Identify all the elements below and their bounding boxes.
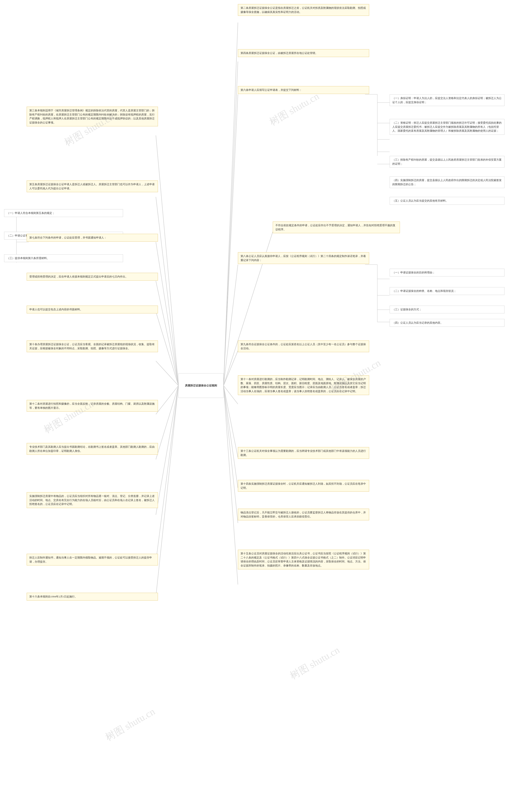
node-right-top1: 第二条房屋拆迁证据保全公证是指在房屋拆迁之前，公证机关对拆房及附属物的现状依法采… (238, 4, 369, 16)
node-right-mid1-sub1: （一）身份证明：申请人为法人的，应提交法人资格和法定代表人的身份证明；被拆迁人为… (390, 94, 505, 106)
svg-line-2 (224, 94, 238, 386)
node-right-top1-text: 第二条房屋拆迁证据保全公证是指在房屋拆迁之前，公证机关对拆房及附属物的现状依法采… (241, 6, 366, 14)
center-label: 房屋拆迁证据保全公证细则 (185, 384, 217, 388)
svg-line-0 (224, 22, 238, 386)
svg-line-11 (156, 135, 178, 386)
node-right-bot6: 第十五条公证员对房屋证据保全的活动结束后应出具公证书，公证书应当按照《公证程序规… (238, 550, 369, 569)
svg-line-18 (156, 386, 178, 460)
node-right-bot2: 第十一条对房屋进行勘测的，应当制作勘测记录，记明勘测时间、地点、测绘人、记录人、… (238, 375, 369, 395)
node-right-mid3-sub4: （四）公证人员认为应当记录的其他内容。 (390, 319, 505, 327)
node-right-mid2: 不符合前款规定条件的申请，公证处应作出不予受理的决定，通知申请人，并告知对拒绝受… (273, 222, 400, 233)
node-right-mid1-sub5: （五）公证人员认为应当提交的其他有关材料。 (390, 197, 505, 205)
node-right-mid1-sub4: （四）实施强制拆迁的房屋，提交县级以上人民政府作出的限期拆迁的决定或人民法院裁签… (390, 176, 505, 188)
svg-line-9 (224, 386, 238, 523)
svg-line-5 (224, 351, 238, 386)
watermark-2: 树图 shutu.cn (267, 90, 321, 129)
node-right-top2: 第四条房屋拆迁证据保全公证，由被拆迁房屋所在地公证处管辖。 (238, 49, 369, 57)
node-right-mid3: 第八条公证人员应认真接待申请人，应按《公证程序规则（试行）》第二十四条的规定制作… (238, 252, 369, 264)
node-left-mid3: 受理或拒绝受理的决定，应在申请人依据本细则规定正式提出申请后的七日内作出。 (27, 273, 158, 281)
node-left-mid1: 第五条房屋拆迁证据保全公证申请人是拆迁人或被拆迁人。房屋拆迁主管部门也可以作为申… (27, 180, 158, 192)
svg-line-10 (224, 386, 238, 585)
svg-line-21 (156, 386, 178, 597)
node-left-bot6: 第十六条本细则自1994年2月1日起施行。 (27, 593, 158, 601)
node-left-cond3: （三）提供本细则第六条所需材料。 (4, 254, 123, 262)
svg-line-7 (224, 386, 238, 457)
svg-line-15 (156, 312, 178, 386)
node-left-mid4: 申请人也可以提交包含上述内容的书面材料。 (27, 305, 158, 313)
watermark-6: 树图 shutu.cn (103, 705, 157, 744)
node-right-bot1: 第九条符合证据保全公证条件的，公证处应派若名以上公证人员（其中至少有一名公证员）… (238, 341, 369, 352)
svg-line-8 (224, 386, 238, 488)
node-right-mid1-sub2: （二）资格证明：拆迁人应提交房屋拆迁主管部门颁发的拆迁许可证明；接受委托拟担此事… (390, 119, 505, 135)
node-right-mid1: 第六条申请人应填写公证申请表，并提交下列材料： (238, 86, 369, 94)
svg-line-13 (156, 242, 178, 386)
center-node: 房屋拆迁证据保全公证细则 (178, 373, 224, 398)
node-right-mid3-sub1: （一）申请证据保全的目的和理由； (390, 269, 505, 276)
node-left-bot5: 拆迁人应制作通知书，通知当事人在一定期限内领取物品。逾期不领的，公证处可以接受拆… (27, 554, 158, 566)
node-left-mid2: 第七条符合下列条件的申请，公证处应受理，并书面通知申请人： (27, 234, 158, 242)
svg-line-16 (156, 361, 178, 386)
node-left-top1: 第三条本细则适用于《城市房屋拆迁管理条例》规定的拆除依法代管的房屋，代管人是房屋… (27, 107, 158, 126)
node-left-bot1: 第十条办理房屋拆迁证据保全公证，公证员应当客观、全面的记录被拆迁房屋组的现场状况… (27, 341, 158, 352)
node-right-bot4: 第十四条实施强制拆迁房屋证据保全时，公证机关应通知被拆迁人到场，如其拒不到场，公… (238, 480, 369, 492)
node-left-bot4: 实施强制拆迁房屋中有物品的，公证员应当组织对所有物品逐一核对、清点、登记、分类造… (27, 492, 158, 508)
node-right-mid3-sub3: （三）证据保全的方式； (390, 305, 505, 313)
mindmap-container: 房屋拆迁证据保全公证细则 第二条房屋拆迁证据保全公证是指在房屋拆迁之前，公证机关… (0, 0, 525, 812)
node-right-top2-text: 第四条房屋拆迁证据保全公证，由被拆迁房屋所在地公证处管辖。 (241, 51, 318, 55)
node-left-bot3: 专业技术部门及其勘测人应当提出书面勘测结论，在勘测书上签名或者盖章。其他部门勘测… (27, 443, 158, 455)
svg-line-19 (156, 386, 178, 515)
watermark-5: 树图 shutu.cn (287, 643, 342, 682)
node-right-mid1-sub3: （三）拆除有产权纠纷的房屋，提交县级以上人民政府房屋拆迁主管部门批准的补偿安置方… (390, 156, 505, 168)
node-right-mid3-sub2: （二）申请证据保全的种类、名称、地点和现存状况； (390, 287, 505, 295)
svg-line-12 (156, 197, 178, 386)
svg-line-17 (156, 386, 178, 414)
node-right-bot3: 第十三条公证机关对保全事项认为需要勘测的，应当聘请专业技术部门或其他部门中有该项… (238, 447, 369, 459)
svg-line-4 (224, 265, 238, 386)
svg-line-1 (224, 62, 238, 386)
node-left-bot2: 第十二条对房屋进行拍照和摄像的，应当全面反映，记录房屋的全貌、房屋结构、门窗、厨… (27, 400, 158, 412)
svg-line-14 (156, 281, 178, 386)
svg-line-20 (156, 386, 178, 562)
svg-line-6 (224, 386, 238, 404)
node-right-mid1-text: 第六条申请人应填写公证申请表，并提交下列材料： (241, 88, 302, 91)
node-left-cond1: （一）申请人符合本细则第五条的规定； (4, 209, 123, 217)
node-right-bot5: 物品清点登记后，凡不能立即交与被拆迁人接收的，公证员要监督拆迁人将物品存放在其提… (238, 509, 369, 520)
